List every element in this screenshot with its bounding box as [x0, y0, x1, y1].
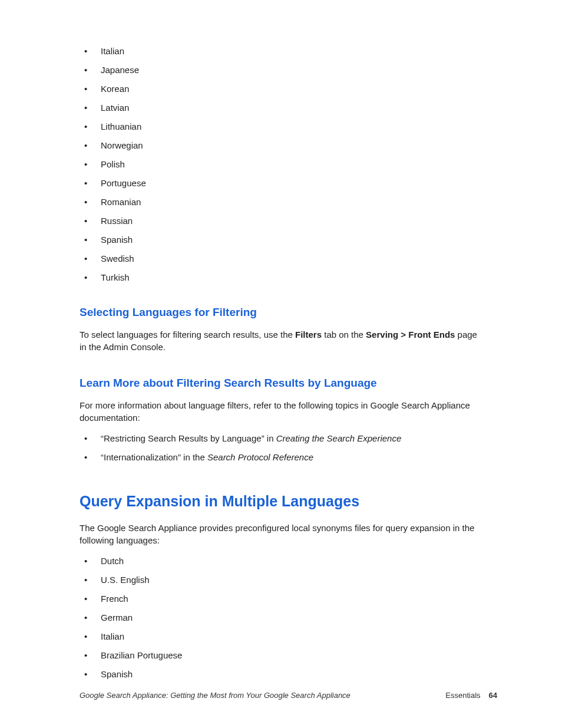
list-item: Norwegian [84, 140, 482, 150]
list-item: Turkish [84, 272, 482, 282]
section1-paragraph: To select languages for filtering search… [80, 328, 482, 353]
section2-paragraph: For more information about language filt… [80, 399, 482, 424]
footer-doc-title: Google Search Appliance: Getting the Mos… [80, 691, 351, 700]
document-page: ItalianJapaneseKoreanLatvianLithuanianNo… [0, 0, 562, 679]
footer-right: Essentials64 [445, 691, 497, 700]
main-heading-query-expansion: Query Expansion in Multiple Languages [80, 493, 482, 510]
text-fragment: To select languages for filtering search… [80, 330, 295, 340]
list-item: French [84, 594, 482, 604]
list-item: Japanese [84, 65, 482, 75]
text-fragment: “Internationalization” in the [101, 452, 207, 462]
list-item: Italian [84, 46, 482, 56]
list-item: Spanish [84, 669, 482, 679]
list-item: “Internationalization” in the Search Pro… [84, 452, 482, 462]
list-item: Dutch [84, 556, 482, 566]
list-item: Korean [84, 84, 482, 94]
list-item: Russian [84, 216, 482, 226]
list-item: Spanish [84, 235, 482, 245]
italic-title: Search Protocol Reference [207, 452, 313, 462]
list-item: Swedish [84, 253, 482, 263]
list-item: “Restricting Search Results by Language”… [84, 433, 482, 443]
section3-paragraph: The Google Search Appliance provides pre… [80, 522, 482, 546]
reference-list: “Restricting Search Results by Language”… [84, 433, 482, 462]
list-item: Polish [84, 159, 482, 169]
list-item: U.S. English [84, 575, 482, 585]
footer-page-number: 64 [489, 691, 497, 700]
list-item: Romanian [84, 197, 482, 207]
filter-language-list: ItalianJapaneseKoreanLatvianLithuanianNo… [84, 46, 482, 282]
list-item: German [84, 612, 482, 622]
list-item: Lithuanian [84, 121, 482, 131]
expansion-language-list: DutchU.S. EnglishFrenchGermanItalianBraz… [84, 556, 482, 679]
page-footer: Google Search Appliance: Getting the Mos… [80, 691, 497, 700]
italic-title: Creating the Search Experience [276, 433, 402, 443]
text-fragment: “Restricting Search Results by Language”… [101, 433, 276, 443]
section-heading-learn-more: Learn More about Filtering Search Result… [80, 377, 482, 390]
list-item: Brazilian Portuguese [84, 650, 482, 660]
text-fragment: tab on the [322, 330, 366, 340]
section-heading-selecting: Selecting Languages for Filtering [80, 306, 482, 319]
bold-serving-frontends: Serving > Front Ends [366, 330, 455, 340]
bold-filters: Filters [295, 330, 322, 340]
footer-section-label: Essentials [445, 691, 480, 700]
list-item: Italian [84, 631, 482, 641]
list-item: Portuguese [84, 178, 482, 188]
list-item: Latvian [84, 103, 482, 113]
